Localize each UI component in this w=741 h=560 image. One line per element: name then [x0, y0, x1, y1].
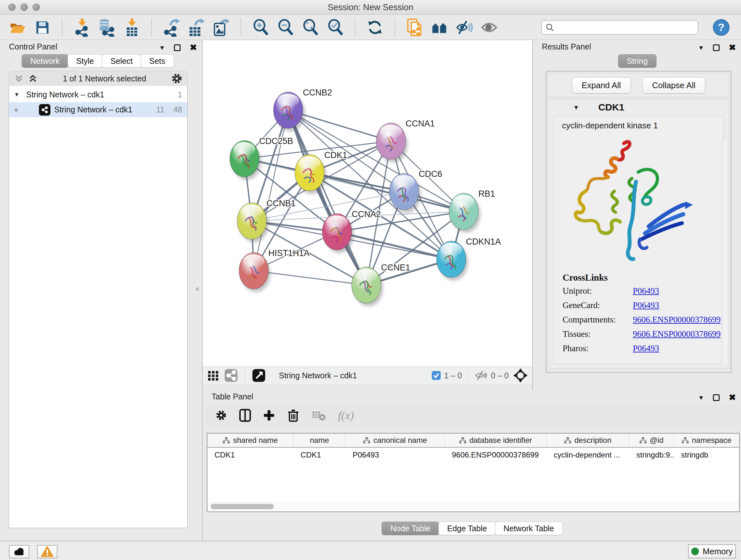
- cell-canonical-name[interactable]: P06493: [346, 448, 445, 462]
- crosslink-link[interactable]: 9606.ENSP00000378699: [633, 315, 721, 325]
- warnings-button[interactable]: [37, 545, 57, 558]
- save-session-button[interactable]: [34, 18, 51, 37]
- collapse-panel-icon[interactable]: ▼: [698, 45, 704, 51]
- node-CCNE1[interactable]: CCNE1: [352, 263, 410, 307]
- cell-name[interactable]: CDK1: [293, 448, 346, 462]
- graphics-details-button[interactable]: [481, 18, 498, 37]
- search-input[interactable]: [557, 23, 694, 32]
- horizontal-splitter[interactable]: [203, 384, 532, 390]
- node-CCNA2[interactable]: CCNA2: [322, 209, 381, 253]
- cell-namespace[interactable]: stringdb: [674, 448, 739, 462]
- float-panel-icon[interactable]: [713, 44, 720, 51]
- cell-shared-name[interactable]: CDK1: [207, 448, 293, 462]
- tab-edge-table[interactable]: Edge Table: [439, 522, 495, 535]
- crosslink-link[interactable]: 9606.ENSP00000378699: [633, 329, 721, 339]
- left-splitter-handle[interactable]: [196, 287, 199, 291]
- gene-expander-icon[interactable]: ▼: [573, 105, 579, 111]
- delete-column-icon[interactable]: [287, 409, 300, 422]
- close-panel-icon[interactable]: ✖: [729, 44, 736, 52]
- float-panel-icon[interactable]: [713, 394, 720, 401]
- cloud-status-button[interactable]: [9, 545, 29, 558]
- column-header-name[interactable]: name: [293, 434, 346, 447]
- column-header-namespace[interactable]: namespace: [674, 434, 739, 447]
- hide-selected-button[interactable]: [456, 18, 473, 37]
- collapse-all-icon[interactable]: [14, 74, 23, 83]
- crosslink-link[interactable]: P06493: [633, 344, 659, 354]
- cell-description[interactable]: cyclin-dependent ...: [547, 448, 629, 462]
- node-CCNB1[interactable]: CCNB1: [237, 199, 296, 242]
- network-view-mode-icon[interactable]: [224, 369, 238, 382]
- tab-select[interactable]: Select: [102, 54, 141, 68]
- export-image-button[interactable]: [212, 18, 230, 37]
- edge-HIST1H1A-CCNE1[interactable]: [254, 271, 366, 285]
- node-CCNA1[interactable]: CCNA1: [376, 119, 435, 163]
- zoom-in-button[interactable]: [252, 18, 269, 37]
- results-scrollbar[interactable]: [722, 141, 727, 364]
- crosslink-link[interactable]: P06493: [633, 286, 659, 296]
- cell-database-identifier[interactable]: 9606.ENSP00000378699: [445, 448, 547, 462]
- node-CCNB2[interactable]: CCNB2: [273, 88, 332, 132]
- help-button[interactable]: ?: [713, 19, 730, 36]
- selected-checkbox-icon[interactable]: [431, 371, 441, 380]
- crosslink-link[interactable]: P06493: [633, 300, 659, 310]
- column-header-database-identifier[interactable]: database identifier: [445, 434, 547, 447]
- clone-network-button[interactable]: [406, 18, 423, 37]
- expand-all-button[interactable]: Expand All: [572, 77, 631, 94]
- column-header-id[interactable]: @id: [629, 434, 674, 447]
- birds-eye-icon[interactable]: [252, 369, 266, 382]
- zoom-out-button[interactable]: [277, 18, 294, 37]
- add-column-icon[interactable]: [263, 410, 275, 421]
- grid-mode-icon[interactable]: [207, 369, 219, 381]
- network-graph[interactable]: CCNB2CCNA1CDC25BCDK1CDC6RB1CCNB1CCNA2CDK…: [203, 40, 532, 367]
- node-CDC25B[interactable]: CDC25B: [230, 136, 293, 180]
- import-network-database-button[interactable]: [98, 18, 116, 37]
- network-collection-row[interactable]: ▼ String Network – cdk1 1: [9, 87, 187, 102]
- collapse-panel-icon[interactable]: ▼: [159, 45, 165, 51]
- gene-header-row[interactable]: ▼ CDK1: [548, 99, 729, 115]
- table-row[interactable]: CDK1 CDK1 P06493 9606.ENSP00000378699 cy…: [207, 448, 739, 462]
- export-network-button[interactable]: [163, 18, 180, 37]
- node-HIST1H1A[interactable]: HIST1H1A: [239, 248, 310, 292]
- collapse-panel-icon[interactable]: ▼: [698, 395, 704, 401]
- show-columns-icon[interactable]: [239, 409, 251, 422]
- edge-CCNB2-HIST1H1A[interactable]: [254, 110, 288, 271]
- column-header-shared-name[interactable]: shared name: [207, 434, 293, 447]
- tab-node-table[interactable]: Node Table: [382, 522, 439, 535]
- edge-CCNB2-CCNE1[interactable]: [288, 110, 366, 285]
- network-row[interactable]: ● String Network – cdk1 11 48: [9, 102, 187, 117]
- gear-icon[interactable]: [215, 410, 227, 421]
- gear-icon[interactable]: [172, 73, 182, 84]
- tree-expander-icon[interactable]: ▼: [14, 91, 22, 98]
- tab-network[interactable]: Network: [22, 54, 68, 68]
- edge-CCNA2-CDKN1A[interactable]: [337, 232, 451, 259]
- apply-layout-button[interactable]: [366, 18, 384, 37]
- tab-sets[interactable]: Sets: [141, 54, 174, 68]
- tab-network-table[interactable]: Network Table: [495, 522, 562, 535]
- column-header-canonical-name[interactable]: canonical name: [346, 434, 445, 447]
- close-panel-icon[interactable]: ✖: [729, 393, 736, 402]
- node-CDK1[interactable]: CDK1: [295, 150, 347, 194]
- collapse-all-button[interactable]: Collapse All: [643, 77, 705, 94]
- tab-string[interactable]: String: [618, 54, 656, 68]
- zoom-fit-button[interactable]: [302, 18, 319, 37]
- float-panel-icon[interactable]: [174, 44, 181, 51]
- export-table-button[interactable]: [188, 18, 205, 37]
- close-panel-icon[interactable]: ✖: [190, 44, 197, 52]
- node-CDKN1A[interactable]: CDKN1A: [436, 237, 501, 281]
- fit-content-crosshair-icon[interactable]: [513, 368, 528, 383]
- tab-style[interactable]: Style: [68, 54, 103, 68]
- node-CDC6[interactable]: CDC6: [389, 169, 442, 213]
- first-neighbors-button[interactable]: [431, 18, 448, 37]
- search-box[interactable]: [541, 20, 698, 35]
- column-header-description[interactable]: description: [547, 434, 629, 447]
- zoom-selected-button[interactable]: [327, 18, 344, 37]
- open-session-button[interactable]: [9, 18, 26, 37]
- memory-button[interactable]: Memory: [688, 544, 736, 558]
- import-network-file-button[interactable]: [73, 18, 91, 37]
- network-canvas[interactable]: CCNB2CCNA1CDC25BCDK1CDC6RB1CCNB1CCNA2CDK…: [203, 40, 532, 367]
- import-table-button[interactable]: [123, 18, 140, 37]
- cell-id[interactable]: stringdb:9...: [629, 448, 674, 462]
- node-RB1[interactable]: RB1: [449, 189, 495, 233]
- table-hscroll-thumb[interactable]: [211, 504, 274, 509]
- expand-all-icon[interactable]: [28, 74, 38, 83]
